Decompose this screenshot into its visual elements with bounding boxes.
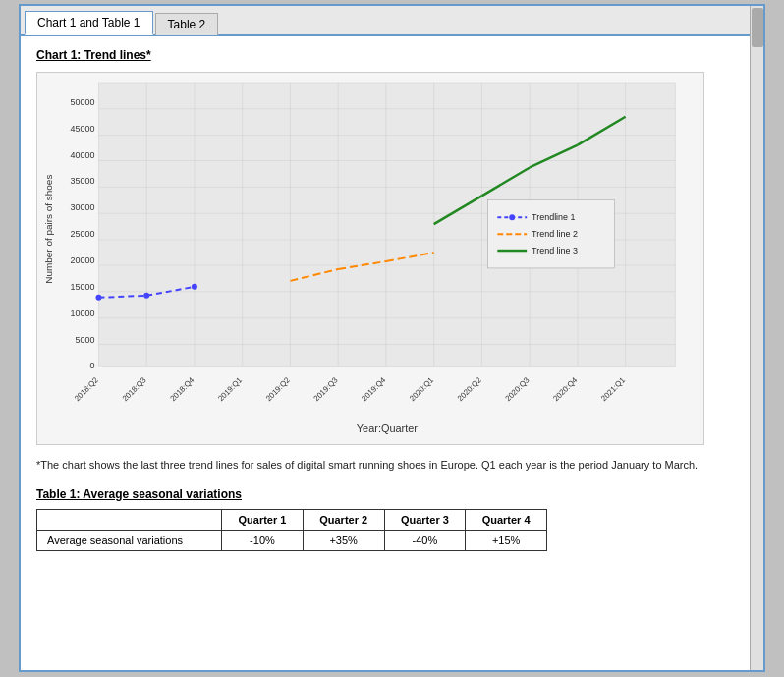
col-header-label [37,509,222,530]
col-header-q3: Quarter 3 [384,509,466,530]
table-title: Table 1: Average seasonal variations [36,487,748,501]
scrollbar[interactable] [750,6,763,670]
svg-text:10000: 10000 [71,309,95,318]
col-header-q4: Quarter 4 [466,509,547,530]
chart-svg: 0 5000 10000 15000 20000 25000 30000 350… [37,73,703,444]
tab-bar: Chart 1 and Table 1 Table 2 [21,6,763,36]
svg-text:Trend line 3: Trend line 3 [532,246,578,255]
svg-text:45000: 45000 [71,124,95,134]
col-header-q1: Quarter 1 [222,509,304,530]
svg-text:2018:Q4: 2018:Q4 [168,375,196,403]
svg-text:2020:Q3: 2020:Q3 [504,375,532,403]
svg-text:2020:Q2: 2020:Q2 [456,375,483,403]
svg-text:25000: 25000 [71,229,95,239]
row-q3: -40% [384,530,466,550]
svg-text:40000: 40000 [71,150,95,160]
row-q1: -10% [222,530,304,550]
table-row: Average seasonal variations -10% +35% -4… [37,530,547,550]
svg-text:Number of pairs of shoes: Number of pairs of shoes [43,175,54,284]
svg-text:20000: 20000 [71,255,95,265]
svg-text:Year:Quarter: Year:Quarter [357,423,419,434]
scrollbar-thumb[interactable] [752,8,763,47]
svg-text:2018:Q2: 2018:Q2 [73,375,100,403]
svg-text:2021:Q1: 2021:Q1 [599,375,627,403]
svg-text:35000: 35000 [71,176,95,186]
svg-text:2020:Q4: 2020:Q4 [551,375,579,403]
svg-text:2019:Q1: 2019:Q1 [216,375,244,403]
svg-text:2019:Q3: 2019:Q3 [312,375,340,403]
data-table: Quarter 1 Quarter 2 Quarter 3 Quarter 4 … [36,509,547,551]
svg-point-53 [95,295,101,301]
svg-point-65 [509,214,515,220]
svg-text:Trendline 1: Trendline 1 [532,212,575,222]
svg-point-54 [143,293,149,299]
chart-footnote: *The chart shows the last three trend li… [36,457,748,474]
svg-text:0: 0 [89,361,94,370]
tab-chart1-table1[interactable]: Chart 1 and Table 1 [25,11,153,35]
row-q4: +15% [466,530,547,550]
svg-text:Trend line 2: Trend line 2 [532,229,578,239]
svg-text:2020:Q1: 2020:Q1 [408,375,435,403]
row-label: Average seasonal variations [37,530,222,550]
col-header-q2: Quarter 2 [303,509,384,530]
tab-content: Chart 1: Trend lines* [21,36,763,669]
svg-text:50000: 50000 [71,97,95,107]
svg-point-55 [192,284,197,290]
svg-text:2019:Q4: 2019:Q4 [360,375,387,403]
chart-container: 0 5000 10000 15000 20000 25000 30000 350… [36,72,704,445]
chart-title: Chart 1: Trend lines* [36,48,748,62]
main-window: Chart 1 and Table 1 Table 2 Chart 1: Tre… [19,4,765,672]
row-q2: +35% [303,530,384,550]
svg-text:2018:Q3: 2018:Q3 [121,375,148,403]
svg-text:15000: 15000 [71,282,95,292]
svg-text:30000: 30000 [71,202,95,212]
tab-table2[interactable]: Table 2 [155,13,219,35]
svg-text:5000: 5000 [76,335,95,345]
svg-text:2019:Q2: 2019:Q2 [264,375,292,403]
